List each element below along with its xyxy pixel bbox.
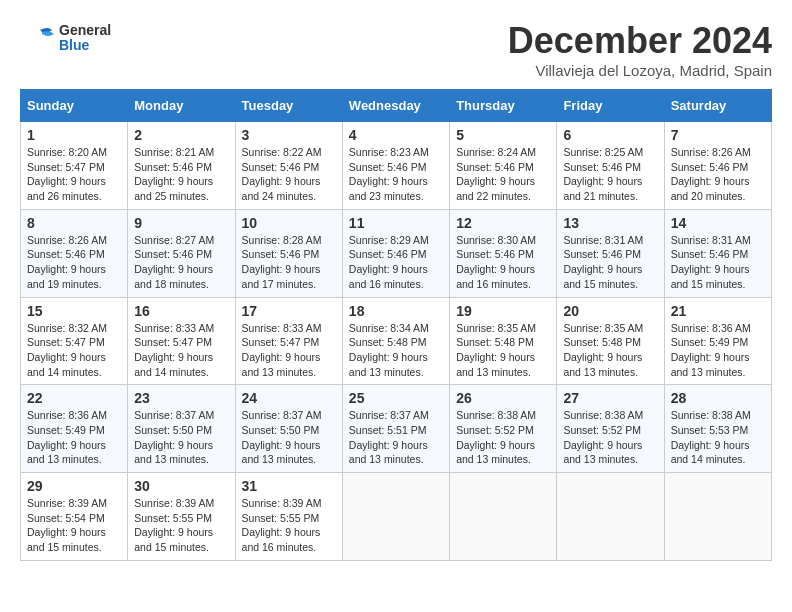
day-number: 11 xyxy=(349,215,443,231)
calendar-cell: 5Sunrise: 8:24 AMSunset: 5:46 PMDaylight… xyxy=(450,122,557,210)
calendar-cell: 27Sunrise: 8:38 AMSunset: 5:52 PMDayligh… xyxy=(557,385,664,473)
day-info: Sunrise: 8:39 AMSunset: 5:55 PMDaylight:… xyxy=(242,496,336,555)
day-info: Sunrise: 8:36 AMSunset: 5:49 PMDaylight:… xyxy=(671,321,765,380)
day-info: Sunrise: 8:26 AMSunset: 5:46 PMDaylight:… xyxy=(671,145,765,204)
day-info: Sunrise: 8:36 AMSunset: 5:49 PMDaylight:… xyxy=(27,408,121,467)
day-info: Sunrise: 8:24 AMSunset: 5:46 PMDaylight:… xyxy=(456,145,550,204)
calendar-cell: 9Sunrise: 8:27 AMSunset: 5:46 PMDaylight… xyxy=(128,209,235,297)
day-info: Sunrise: 8:30 AMSunset: 5:46 PMDaylight:… xyxy=(456,233,550,292)
day-number: 9 xyxy=(134,215,228,231)
day-info: Sunrise: 8:22 AMSunset: 5:46 PMDaylight:… xyxy=(242,145,336,204)
calendar-cell: 14Sunrise: 8:31 AMSunset: 5:46 PMDayligh… xyxy=(664,209,771,297)
calendar-cell: 3Sunrise: 8:22 AMSunset: 5:46 PMDaylight… xyxy=(235,122,342,210)
calendar-cell: 8Sunrise: 8:26 AMSunset: 5:46 PMDaylight… xyxy=(21,209,128,297)
day-number: 20 xyxy=(563,303,657,319)
week-row-3: 15Sunrise: 8:32 AMSunset: 5:47 PMDayligh… xyxy=(21,297,772,385)
day-info: Sunrise: 8:35 AMSunset: 5:48 PMDaylight:… xyxy=(563,321,657,380)
day-info: Sunrise: 8:31 AMSunset: 5:46 PMDaylight:… xyxy=(563,233,657,292)
day-header-monday: Monday xyxy=(128,90,235,122)
calendar-cell: 24Sunrise: 8:37 AMSunset: 5:50 PMDayligh… xyxy=(235,385,342,473)
day-number: 18 xyxy=(349,303,443,319)
calendar-cell: 12Sunrise: 8:30 AMSunset: 5:46 PMDayligh… xyxy=(450,209,557,297)
day-info: Sunrise: 8:38 AMSunset: 5:52 PMDaylight:… xyxy=(456,408,550,467)
calendar-cell: 21Sunrise: 8:36 AMSunset: 5:49 PMDayligh… xyxy=(664,297,771,385)
day-header-thursday: Thursday xyxy=(450,90,557,122)
day-info: Sunrise: 8:27 AMSunset: 5:46 PMDaylight:… xyxy=(134,233,228,292)
day-number: 3 xyxy=(242,127,336,143)
day-number: 27 xyxy=(563,390,657,406)
day-number: 30 xyxy=(134,478,228,494)
month-title: December 2024 xyxy=(508,20,772,62)
logo: General Blue xyxy=(20,20,111,56)
day-number: 13 xyxy=(563,215,657,231)
day-info: Sunrise: 8:20 AMSunset: 5:47 PMDaylight:… xyxy=(27,145,121,204)
location: Villavieja del Lozoya, Madrid, Spain xyxy=(508,62,772,79)
day-info: Sunrise: 8:32 AMSunset: 5:47 PMDaylight:… xyxy=(27,321,121,380)
day-header-tuesday: Tuesday xyxy=(235,90,342,122)
day-number: 12 xyxy=(456,215,550,231)
day-header-saturday: Saturday xyxy=(664,90,771,122)
day-info: Sunrise: 8:35 AMSunset: 5:48 PMDaylight:… xyxy=(456,321,550,380)
calendar-cell xyxy=(557,473,664,561)
day-number: 10 xyxy=(242,215,336,231)
calendar-cell: 15Sunrise: 8:32 AMSunset: 5:47 PMDayligh… xyxy=(21,297,128,385)
day-info: Sunrise: 8:39 AMSunset: 5:54 PMDaylight:… xyxy=(27,496,121,555)
calendar-cell: 7Sunrise: 8:26 AMSunset: 5:46 PMDaylight… xyxy=(664,122,771,210)
calendar-cell: 25Sunrise: 8:37 AMSunset: 5:51 PMDayligh… xyxy=(342,385,449,473)
calendar-cell: 28Sunrise: 8:38 AMSunset: 5:53 PMDayligh… xyxy=(664,385,771,473)
logo-bird-icon xyxy=(20,20,56,56)
calendar-cell xyxy=(342,473,449,561)
calendar-cell: 6Sunrise: 8:25 AMSunset: 5:46 PMDaylight… xyxy=(557,122,664,210)
calendar-cell: 23Sunrise: 8:37 AMSunset: 5:50 PMDayligh… xyxy=(128,385,235,473)
day-number: 31 xyxy=(242,478,336,494)
calendar-cell: 31Sunrise: 8:39 AMSunset: 5:55 PMDayligh… xyxy=(235,473,342,561)
day-info: Sunrise: 8:37 AMSunset: 5:50 PMDaylight:… xyxy=(242,408,336,467)
day-info: Sunrise: 8:21 AMSunset: 5:46 PMDaylight:… xyxy=(134,145,228,204)
calendar-cell: 10Sunrise: 8:28 AMSunset: 5:46 PMDayligh… xyxy=(235,209,342,297)
day-number: 26 xyxy=(456,390,550,406)
day-info: Sunrise: 8:33 AMSunset: 5:47 PMDaylight:… xyxy=(134,321,228,380)
day-info: Sunrise: 8:37 AMSunset: 5:50 PMDaylight:… xyxy=(134,408,228,467)
day-number: 15 xyxy=(27,303,121,319)
calendar-cell: 29Sunrise: 8:39 AMSunset: 5:54 PMDayligh… xyxy=(21,473,128,561)
title-block: December 2024 Villavieja del Lozoya, Mad… xyxy=(508,20,772,79)
calendar-cell: 1Sunrise: 8:20 AMSunset: 5:47 PMDaylight… xyxy=(21,122,128,210)
day-number: 8 xyxy=(27,215,121,231)
calendar-cell: 16Sunrise: 8:33 AMSunset: 5:47 PMDayligh… xyxy=(128,297,235,385)
day-number: 28 xyxy=(671,390,765,406)
day-number: 23 xyxy=(134,390,228,406)
day-number: 5 xyxy=(456,127,550,143)
logo-container: General Blue xyxy=(20,20,111,56)
day-number: 19 xyxy=(456,303,550,319)
calendar-cell: 11Sunrise: 8:29 AMSunset: 5:46 PMDayligh… xyxy=(342,209,449,297)
day-number: 29 xyxy=(27,478,121,494)
day-info: Sunrise: 8:31 AMSunset: 5:46 PMDaylight:… xyxy=(671,233,765,292)
day-info: Sunrise: 8:25 AMSunset: 5:46 PMDaylight:… xyxy=(563,145,657,204)
day-number: 24 xyxy=(242,390,336,406)
calendar-cell: 4Sunrise: 8:23 AMSunset: 5:46 PMDaylight… xyxy=(342,122,449,210)
day-number: 16 xyxy=(134,303,228,319)
day-info: Sunrise: 8:29 AMSunset: 5:46 PMDaylight:… xyxy=(349,233,443,292)
day-info: Sunrise: 8:37 AMSunset: 5:51 PMDaylight:… xyxy=(349,408,443,467)
week-row-5: 29Sunrise: 8:39 AMSunset: 5:54 PMDayligh… xyxy=(21,473,772,561)
day-number: 21 xyxy=(671,303,765,319)
day-header-sunday: Sunday xyxy=(21,90,128,122)
day-number: 1 xyxy=(27,127,121,143)
calendar-cell: 18Sunrise: 8:34 AMSunset: 5:48 PMDayligh… xyxy=(342,297,449,385)
day-number: 22 xyxy=(27,390,121,406)
week-row-4: 22Sunrise: 8:36 AMSunset: 5:49 PMDayligh… xyxy=(21,385,772,473)
calendar-cell: 22Sunrise: 8:36 AMSunset: 5:49 PMDayligh… xyxy=(21,385,128,473)
day-info: Sunrise: 8:26 AMSunset: 5:46 PMDaylight:… xyxy=(27,233,121,292)
logo-blue: Blue xyxy=(59,38,111,53)
day-number: 4 xyxy=(349,127,443,143)
day-info: Sunrise: 8:38 AMSunset: 5:53 PMDaylight:… xyxy=(671,408,765,467)
day-number: 14 xyxy=(671,215,765,231)
day-info: Sunrise: 8:34 AMSunset: 5:48 PMDaylight:… xyxy=(349,321,443,380)
day-header-friday: Friday xyxy=(557,90,664,122)
calendar-cell: 17Sunrise: 8:33 AMSunset: 5:47 PMDayligh… xyxy=(235,297,342,385)
header-row: SundayMondayTuesdayWednesdayThursdayFrid… xyxy=(21,90,772,122)
calendar-cell: 26Sunrise: 8:38 AMSunset: 5:52 PMDayligh… xyxy=(450,385,557,473)
calendar-cell xyxy=(664,473,771,561)
calendar-cell: 2Sunrise: 8:21 AMSunset: 5:46 PMDaylight… xyxy=(128,122,235,210)
day-info: Sunrise: 8:33 AMSunset: 5:47 PMDaylight:… xyxy=(242,321,336,380)
